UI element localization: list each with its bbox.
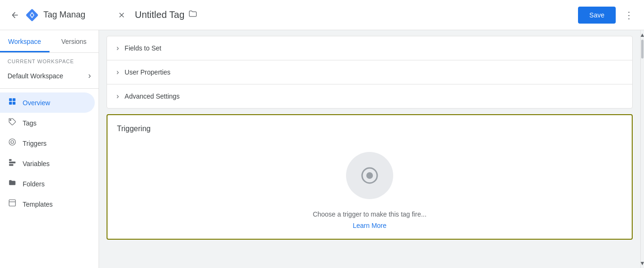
- advanced-settings-row[interactable]: › Advanced Settings: [107, 84, 632, 108]
- user-properties-label: User Properties: [124, 68, 170, 76]
- sidebar-item-overview[interactable]: Overview: [0, 92, 95, 113]
- templates-label: Templates: [23, 201, 53, 208]
- sidebar: Workspace Versions CURRENT WORKSPACE Def…: [0, 30, 99, 268]
- sidebar-item-triggers[interactable]: Triggers: [0, 133, 95, 153]
- tags-label: Tags: [23, 119, 37, 127]
- logo-icon: [25, 8, 40, 23]
- variables-label: Variables: [23, 160, 50, 168]
- triggers-label: Triggers: [23, 140, 47, 147]
- more-options-button[interactable]: ⋮: [619, 6, 638, 25]
- svg-point-10: [9, 139, 16, 145]
- tab-versions[interactable]: Versions: [50, 30, 99, 52]
- folder-icon[interactable]: [188, 9, 198, 21]
- svg-rect-12: [9, 159, 11, 161]
- top-bar-right: Save ⋮: [578, 6, 638, 25]
- svg-rect-6: [13, 98, 16, 101]
- scroll-down-arrow[interactable]: ▼: [641, 259, 644, 268]
- trigger-icon-wrapper: [346, 152, 393, 199]
- adv-chevron-icon: ›: [116, 92, 119, 100]
- tabs-area: Workspace Versions: [0, 30, 99, 53]
- svg-rect-15: [9, 200, 16, 206]
- learn-more-link[interactable]: Learn More: [353, 222, 387, 229]
- sidebar-item-templates[interactable]: Templates: [0, 194, 95, 214]
- nav-items: Overview Tags: [0, 89, 99, 218]
- triggering-header: Triggering: [117, 125, 150, 133]
- triggering-panel[interactable]: Triggering Choose a trigger to make this…: [107, 114, 633, 240]
- user-properties-row[interactable]: › User Properties: [107, 60, 632, 84]
- workspace-chevron-icon: ›: [88, 71, 91, 81]
- top-bar: Tag Manag Untitled Tag Save ⋮: [0, 0, 644, 30]
- workspace-selector[interactable]: Default Workspace ›: [0, 67, 99, 84]
- scroll-track[interactable]: [641, 40, 644, 259]
- trigger-description: Choose a trigger to make this tag fire..…: [313, 210, 426, 218]
- sidebar-item-variables[interactable]: Variables: [0, 153, 95, 174]
- top-bar-middle: Untitled Tag: [105, 6, 578, 25]
- overview-label: Overview: [23, 99, 50, 107]
- workspace-label: CURRENT WORKSPACE: [0, 59, 99, 67]
- sidebar-item-tags[interactable]: Tags: [0, 113, 95, 133]
- tags-icon: [8, 117, 17, 128]
- app-name: Tag Manag: [43, 10, 85, 20]
- save-button[interactable]: Save: [578, 7, 616, 24]
- templates-icon: [8, 199, 17, 209]
- variables-icon: [8, 158, 17, 169]
- dialog-title: Untitled Tag: [135, 9, 184, 20]
- trigger-graphic: [355, 161, 384, 190]
- top-bar-left: Tag Manag: [6, 6, 105, 25]
- logo-area: Tag Manag: [25, 8, 85, 23]
- svg-point-19: [366, 172, 373, 179]
- user-props-chevron-icon: ›: [116, 68, 119, 76]
- folders-label: Folders: [23, 180, 45, 188]
- svg-point-11: [11, 141, 14, 143]
- svg-rect-14: [9, 164, 13, 166]
- triggers-icon: [8, 138, 17, 149]
- tab-workspace[interactable]: Workspace: [0, 30, 50, 52]
- fields-to-set-row[interactable]: › Fields to Set: [107, 36, 632, 60]
- folders-icon: [8, 178, 17, 189]
- close-dialog-button[interactable]: [112, 6, 131, 25]
- svg-point-9: [10, 119, 11, 120]
- panel-sections: › Fields to Set › User Properties › Adva…: [107, 36, 633, 109]
- svg-rect-5: [9, 98, 12, 101]
- overview-icon: [8, 97, 17, 108]
- svg-rect-7: [9, 102, 12, 105]
- fields-to-set-label: Fields to Set: [124, 44, 161, 52]
- scroll-up-arrow[interactable]: ▲: [641, 30, 644, 40]
- svg-rect-13: [9, 162, 16, 164]
- workspace-name: Default Workspace: [8, 72, 86, 80]
- right-scrollbar[interactable]: ▲ ▼: [640, 30, 644, 268]
- svg-rect-8: [13, 102, 16, 105]
- back-button[interactable]: [6, 6, 25, 25]
- advanced-settings-label: Advanced Settings: [124, 92, 180, 100]
- scroll-thumb[interactable]: [641, 40, 644, 59]
- workspace-section: CURRENT WORKSPACE Default Workspace ›: [0, 53, 99, 89]
- sidebar-item-folders[interactable]: Folders: [0, 174, 95, 194]
- main-layout: Workspace Versions CURRENT WORKSPACE Def…: [0, 30, 644, 268]
- fields-chevron-icon: ›: [116, 44, 119, 52]
- content-area: › Fields to Set › User Properties › Adva…: [99, 30, 640, 268]
